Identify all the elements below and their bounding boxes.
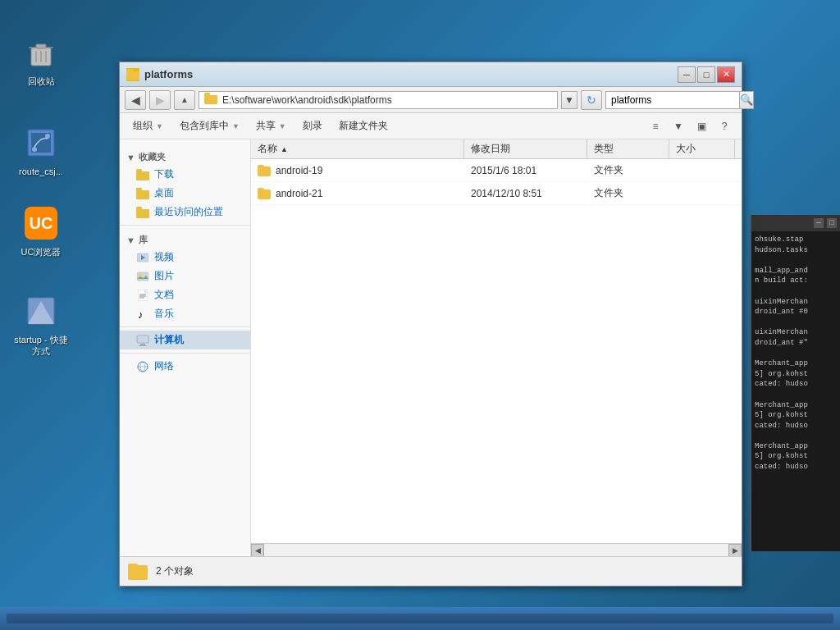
- address-bar: ◀ ▶ ▲ E:\software\work\android\sdk\platf…: [120, 87, 742, 113]
- svg-rect-29: [137, 336, 148, 343]
- startup-icon: [21, 291, 61, 331]
- folder-icon-android-21: [258, 188, 271, 199]
- organize-button[interactable]: 组织 ▼: [126, 116, 170, 136]
- terminal-line: ohsuke.stap: [755, 235, 837, 245]
- sidebar-section-network: 网络: [120, 357, 250, 376]
- explorer-maximize-button[interactable]: □: [697, 66, 715, 83]
- sidebar-item-video[interactable]: 视频: [120, 248, 250, 267]
- uc-icon: UC: [21, 203, 61, 243]
- favorites-header: ▼ 收藏夹: [120, 146, 250, 165]
- explorer-title-text: platforms: [144, 68, 673, 80]
- terminal-line: uixinMerchan: [755, 327, 837, 338]
- explorer-minimize-button[interactable]: ─: [678, 66, 696, 83]
- scrollbar-track[interactable]: [264, 544, 728, 557]
- up-button[interactable]: ▲: [174, 90, 195, 110]
- view-help-button[interactable]: ?: [714, 116, 735, 136]
- col-header-name[interactable]: 名称 ▲: [251, 139, 464, 158]
- sidebar-item-desktop[interactable]: 桌面: [120, 184, 250, 203]
- sidebar-item-network[interactable]: 网络: [120, 357, 250, 376]
- col-header-type[interactable]: 类型: [587, 139, 669, 158]
- view-list-button[interactable]: ≡: [645, 116, 666, 136]
- sidebar-item-doc[interactable]: 文档: [120, 285, 250, 304]
- svg-rect-24: [138, 290, 148, 301]
- explorer-window-controls: ─ □ ✕: [678, 66, 735, 83]
- image-icon: [136, 271, 149, 282]
- burn-button[interactable]: 刻录: [296, 116, 329, 136]
- add-to-library-button[interactable]: 包含到库中 ▼: [173, 116, 246, 136]
- svg-rect-31: [139, 345, 147, 346]
- terminal-line: cated: hudso: [755, 379, 837, 390]
- library-header: ▼ 库: [120, 229, 250, 248]
- svg-rect-15: [136, 169, 142, 173]
- sidebar-item-recent[interactable]: 最近访问的位置: [120, 203, 250, 221]
- scroll-left-button[interactable]: ◀: [251, 544, 264, 557]
- file-area: 名称 ▲ 修改日期 类型 大小: [251, 139, 742, 556]
- search-button[interactable]: 🔍: [739, 91, 754, 109]
- main-area: ▼ 收藏夹 下载: [120, 139, 742, 556]
- search-input[interactable]: [605, 91, 739, 109]
- terminal-line: [755, 431, 837, 441]
- svg-rect-13: [204, 93, 210, 97]
- sidebar-item-computer[interactable]: 计算机: [120, 331, 250, 349]
- new-folder-button[interactable]: 新建文件夹: [332, 116, 395, 136]
- horizontal-scrollbar: ◀ ▶: [251, 543, 742, 556]
- doc-icon: [136, 290, 149, 301]
- terminal-line: Merchant_app: [755, 358, 837, 369]
- terminal-line: droid_ant #0: [755, 307, 837, 317]
- sidebar: ▼ 收藏夹 下载: [120, 139, 251, 556]
- col-header-date[interactable]: 修改日期: [464, 139, 587, 158]
- route-icon: [21, 123, 61, 162]
- favorites-collapse-icon[interactable]: ▼: [126, 153, 135, 162]
- sidebar-item-music[interactable]: ♪ 音乐: [120, 304, 250, 323]
- status-bar: 2 个对象: [120, 556, 742, 586]
- svg-text:♪: ♪: [138, 308, 144, 320]
- file-row-android-21[interactable]: android-21 2014/12/10 8:51 文件夹: [251, 182, 742, 205]
- share-button[interactable]: 共享 ▼: [249, 116, 293, 136]
- terminal-window: ─ □ ohsuke.stap hudson.tasks mall_app_an…: [750, 215, 840, 551]
- video-icon: [136, 252, 149, 263]
- terminal-minimize-button[interactable]: ─: [814, 218, 824, 228]
- music-icon: ♪: [136, 308, 149, 320]
- view-preview-button[interactable]: ▣: [691, 116, 712, 136]
- desktop-icon-route[interactable]: route_csj...: [12, 123, 70, 177]
- uc-label: UC浏览器: [12, 246, 70, 258]
- sidebar-item-downloads[interactable]: 下载: [120, 165, 250, 184]
- explorer-close-button[interactable]: ✕: [717, 66, 735, 83]
- terminal-line: cated: hudso: [755, 462, 837, 472]
- svg-rect-30: [140, 344, 145, 345]
- library-collapse-icon[interactable]: ▼: [126, 235, 135, 245]
- sidebar-item-image[interactable]: 图片: [120, 267, 250, 285]
- terminal-line: [755, 317, 837, 328]
- address-input[interactable]: E:\software\work\android\sdk\platforms: [199, 91, 558, 109]
- svg-point-23: [139, 273, 142, 276]
- file-type-android-21: 文件夹: [587, 186, 669, 200]
- terminal-line: cated: hudso: [755, 421, 837, 431]
- terminal-line: uixinMerchan: [755, 297, 837, 308]
- terminal-line: [755, 390, 837, 400]
- desktop-icon-uc[interactable]: UC UC浏览器: [12, 203, 70, 258]
- terminal-line: hudson.tasks: [755, 245, 837, 256]
- desktop-icon-startup[interactable]: startup - 快捷方式: [12, 291, 70, 358]
- sidebar-section-library: ▼ 库 视频 图片: [120, 229, 250, 323]
- sidebar-section-computer: 计算机: [120, 331, 250, 349]
- search-box: 🔍: [605, 91, 737, 109]
- file-date-android-21: 2014/12/10 8:51: [464, 188, 587, 199]
- address-dropdown-button[interactable]: ▼: [561, 91, 578, 109]
- route-label: route_csj...: [12, 166, 70, 177]
- view-buttons: ≡ ▼ ▣ ?: [645, 116, 735, 136]
- view-dropdown-button[interactable]: ▼: [668, 116, 689, 136]
- refresh-button[interactable]: ↻: [581, 90, 602, 110]
- svg-rect-1: [36, 44, 46, 48]
- back-button[interactable]: ◀: [125, 90, 146, 110]
- terminal-maximize-button[interactable]: □: [827, 218, 837, 228]
- file-name-android-19: android-19: [251, 165, 464, 176]
- col-header-size[interactable]: 大小: [669, 139, 735, 158]
- file-row-android-19[interactable]: android-19 2015/1/6 18:01 文件夹: [251, 159, 742, 182]
- taskbar-scrollbar[interactable]: [7, 614, 833, 623]
- forward-button[interactable]: ▶: [149, 90, 171, 110]
- desktop-icon-recycle[interactable]: 回收站: [12, 33, 70, 87]
- explorer-title-icon: [126, 68, 139, 81]
- recycle-label: 回收站: [12, 75, 70, 87]
- scroll-right-button[interactable]: ▶: [728, 544, 742, 557]
- svg-point-4: [32, 147, 37, 152]
